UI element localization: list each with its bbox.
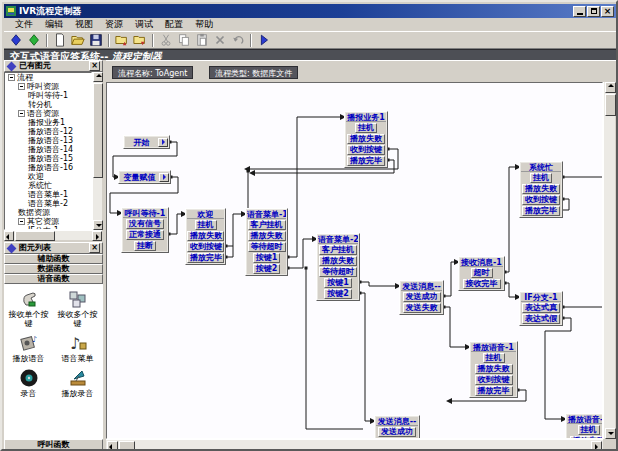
tree-item[interactable]: 数据资源 — [5, 208, 91, 217]
flow-node-broadcast[interactable]: 播报业务1挂机播放失败收到按键播放完毕 — [344, 111, 388, 168]
nav-next-button[interactable] — [25, 33, 43, 48]
tree-collapse-icon[interactable] — [18, 110, 25, 117]
tree-item[interactable]: 欢迎 — [5, 172, 91, 181]
flow-node-port[interactable]: 发送失败 — [403, 303, 441, 313]
flow-node-port[interactable]: 等待超时 — [319, 267, 357, 277]
palette-item[interactable]: 录音 — [6, 367, 52, 398]
palette-item[interactable]: ♪播放语音 — [6, 332, 52, 363]
tree-item[interactable]: 呼叫资源 — [5, 82, 91, 91]
flow-node-port[interactable]: 正常接通 — [126, 230, 164, 240]
flow-node-play2[interactable]: 播放语音-1挂机播放失败收到按键播放完毕 — [565, 413, 603, 439]
minimize-button[interactable] — [573, 6, 586, 17]
flow-node-port[interactable]: 按键1 — [253, 253, 281, 263]
flow-node-port[interactable]: 按键2 — [253, 264, 281, 274]
tree-item[interactable]: 播放语音-15 — [5, 154, 91, 163]
run-button[interactable] — [255, 33, 273, 48]
flow-node-port[interactable]: 接收完毕 — [463, 279, 501, 289]
flow-node-port[interactable]: 收到按键 — [475, 375, 513, 385]
flow-node-port[interactable]: 等待超时 — [248, 242, 286, 252]
flow-node-port[interactable]: 挂机 — [355, 123, 377, 133]
palette-section-1[interactable]: 辅助函数 — [4, 254, 103, 264]
tree-item[interactable]: 语音菜单-1 — [5, 190, 91, 199]
flow-node-if1[interactable]: IF分支-1表达式真表达式假 — [519, 291, 563, 326]
tree-item[interactable]: 播放语音-12 — [5, 127, 91, 136]
flow-node-menu1[interactable]: 语音菜单-1客户挂机播放失败等待超时按键1按键2 — [245, 208, 288, 276]
tree-item[interactable]: 呼叫等待-1 — [5, 91, 91, 100]
flow-node-welcome[interactable]: 欢迎挂机播放失败收到按键播放完毕 — [185, 208, 226, 265]
tree-item[interactable]: 语音资源 — [5, 109, 91, 118]
palette-item[interactable]: 接收多个按键 — [55, 288, 101, 328]
flow-node-port[interactable]: 播放失败 — [248, 231, 286, 241]
flow-node-port[interactable]: 播放失败 — [319, 256, 357, 266]
tree-collapse-icon[interactable] — [18, 83, 25, 90]
flow-node-port[interactable]: 播放失败 — [522, 184, 560, 194]
tree-item[interactable]: 播放语音-14 — [5, 145, 91, 154]
tree-item[interactable]: 语音菜单-2 — [5, 199, 91, 208]
canvas-horizontal-scrollbar[interactable] — [106, 439, 603, 451]
flow-node-port[interactable]: 挂机 — [530, 173, 552, 183]
menu-item-2[interactable]: 编辑 — [40, 17, 68, 32]
flow-node-port[interactable]: 表达式真 — [522, 303, 560, 313]
export-button[interactable] — [131, 33, 149, 48]
flow-node-port[interactable]: 按键1 — [324, 278, 352, 288]
canvas-vertical-scrollbar[interactable] — [603, 82, 615, 439]
menu-item-7[interactable]: 帮助 — [190, 17, 218, 32]
tree-item[interactable]: 播放语音-13 — [5, 136, 91, 145]
flow-node-port[interactable]: 播放完毕 — [347, 156, 385, 166]
flow-node-assign[interactable]: 变量赋值 — [118, 170, 171, 184]
tree-collapse-icon[interactable] — [8, 74, 15, 81]
flow-node-port[interactable]: 客户挂机 — [319, 245, 357, 255]
close-button[interactable]: × — [601, 6, 614, 17]
open-flow-button[interactable] — [69, 33, 87, 48]
save-flow-button[interactable] — [87, 33, 105, 48]
flow-node-send2[interactable]: 发送消息--发送成功发送失败 — [374, 415, 420, 439]
palette-section-2[interactable]: 数据函数 — [4, 264, 103, 274]
flow-node-port[interactable]: 表达式假 — [522, 314, 560, 324]
flow-node-port[interactable]: 挂机 — [483, 353, 505, 363]
flow-node-port[interactable]: 收到按键 — [347, 145, 385, 155]
nav-prev-button[interactable] — [7, 33, 25, 48]
flow-node-port[interactable]: 挂断 — [134, 241, 156, 251]
tree-horizontal-scrollbar[interactable] — [4, 230, 102, 240]
flow-node-port[interactable]: 客户挂机 — [248, 220, 286, 230]
menu-item-4[interactable]: 资源 — [100, 17, 128, 32]
restore-button[interactable] — [587, 6, 600, 17]
tree-collapse-icon[interactable] — [18, 218, 25, 225]
flow-node-send1[interactable]: 发送消息--发送成功发送失败 — [399, 280, 444, 315]
import-button[interactable] — [113, 33, 131, 48]
flow-node-play1[interactable]: 播放语音-1挂机播放失败收到按键播放完毕 — [469, 341, 518, 398]
tree-item[interactable]: 流程 — [5, 73, 91, 82]
close-panel-icon[interactable]: × — [89, 243, 100, 253]
flow-node-port[interactable]: 播放失败 — [347, 134, 385, 144]
flow-node-port[interactable]: 播放完毕 — [187, 253, 224, 263]
palette-section-3[interactable]: 语音函数 — [4, 274, 103, 284]
tree-item[interactable]: 转分机 — [5, 100, 91, 109]
tree-item[interactable]: 系统忙 — [5, 181, 91, 190]
flow-node-busy[interactable]: 系统忙挂机播放失败收到按键播放完毕 — [519, 161, 563, 218]
flow-node-port[interactable]: 收到按键 — [522, 195, 560, 205]
flow-node-port[interactable]: 发送成功 — [403, 292, 441, 302]
menu-item-6[interactable]: 配置 — [160, 17, 188, 32]
flow-node-port[interactable]: 发送成功 — [378, 427, 416, 437]
palette-item[interactable]: ♪语音菜单 — [55, 332, 101, 363]
flow-node-port[interactable]: 挂机 — [578, 425, 600, 435]
flow-node-port[interactable]: 播放完毕 — [475, 386, 513, 396]
palette-item[interactable]: 接收单个按键 — [6, 288, 52, 328]
tree-item[interactable]: 播放语音-16 — [5, 163, 91, 172]
flow-node-port[interactable]: 播放失败 — [475, 364, 513, 374]
node-run-arrow-icon[interactable] — [159, 173, 169, 182]
new-flow-button[interactable] — [51, 33, 69, 48]
flow-node-port[interactable]: 按键2 — [324, 289, 352, 299]
palette-item[interactable]: 播放录音 — [55, 367, 101, 398]
flow-node-menu2[interactable]: 语音菜单-2客户挂机播放失败等待超时按键1按键2 — [316, 233, 360, 301]
menu-item-3[interactable]: 视图 — [70, 17, 98, 32]
menu-item-5[interactable]: 调试 — [130, 17, 158, 32]
flow-node-start[interactable]: 开始 — [123, 135, 170, 149]
close-panel-icon[interactable]: × — [89, 61, 100, 71]
flow-node-port[interactable]: 播放失败 — [187, 231, 224, 241]
menu-item-1[interactable]: 文件 — [10, 17, 38, 32]
section-call-functions[interactable]: 呼叫函数 — [4, 439, 103, 451]
flow-node-wait1[interactable]: 呼叫等待-1没有信号正常接通挂断 — [121, 207, 169, 253]
tree-item[interactable]: 播报业务1 — [5, 118, 91, 127]
flow-node-port[interactable]: 播放完毕 — [522, 206, 560, 216]
